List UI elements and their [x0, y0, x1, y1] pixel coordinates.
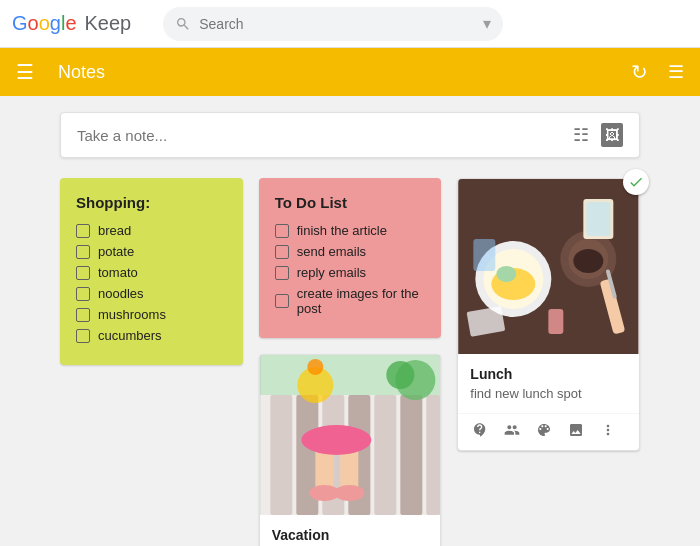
lunch-scene-svg: [458, 179, 639, 354]
refresh-icon[interactable]: ↻: [631, 60, 648, 84]
checkbox[interactable]: [275, 245, 289, 259]
toolbar-actions: ↻ ☰: [631, 60, 684, 84]
checkmark-icon: [628, 174, 644, 190]
vacation-note-body: Vacation plan my next vacation: [260, 515, 441, 546]
toolbar: ☰ Notes ↻ ☰: [0, 48, 700, 96]
list-item: send emails: [275, 244, 426, 259]
notes-grid: Shopping: bread potate tomato: [60, 178, 640, 546]
svg-rect-28: [587, 202, 611, 236]
list-item: bread: [76, 223, 227, 238]
menu-icon[interactable]: ☰: [16, 60, 34, 84]
search-dropdown-arrow[interactable]: ▾: [483, 14, 491, 33]
todo-note-title: To Do List: [275, 194, 426, 211]
notes-column-1: Shopping: bread potate tomato: [60, 178, 243, 365]
svg-point-13: [301, 425, 371, 455]
lunch-note-image: [458, 179, 639, 354]
item-label: tomato: [98, 265, 138, 280]
main-content: ☷ 🖼 Shopping: bread potate: [0, 96, 700, 546]
lunch-note-body: Lunch find new lunch spot: [458, 354, 639, 413]
list-item: tomato: [76, 265, 227, 280]
lunch-note: Lunch find new lunch spot: [457, 178, 640, 451]
item-label: bread: [98, 223, 131, 238]
svg-rect-8: [426, 395, 440, 515]
checkbox[interactable]: [76, 224, 90, 238]
search-icon: [175, 16, 191, 32]
list-item: mushrooms: [76, 307, 227, 322]
todo-note: To Do List finish the article send email…: [259, 178, 442, 338]
item-label: create images for the post: [297, 286, 426, 316]
reminder-icon[interactable]: [466, 418, 494, 446]
svg-rect-32: [474, 239, 496, 271]
checkbox[interactable]: [76, 266, 90, 280]
list-item: potate: [76, 244, 227, 259]
shopping-note-title: Shopping:: [76, 194, 227, 211]
toolbar-title: Notes: [58, 62, 619, 83]
app-logo: Google Keep: [12, 12, 131, 35]
shopping-checklist: bread potate tomato noodles: [76, 223, 227, 343]
item-label: mushrooms: [98, 307, 166, 322]
notes-column-3: Lunch find new lunch spot: [457, 178, 640, 451]
more-options-icon[interactable]: [594, 418, 622, 446]
checkbox[interactable]: [275, 266, 289, 280]
notes-column-2: To Do List finish the article send email…: [259, 178, 442, 546]
list-item: cucumbers: [76, 328, 227, 343]
checkbox[interactable]: [275, 294, 289, 308]
list-view-icon[interactable]: ☷: [569, 120, 593, 150]
search-bar[interactable]: ▾: [163, 7, 503, 41]
checkbox[interactable]: [76, 287, 90, 301]
vacation-note: Vacation plan my next vacation: [259, 354, 442, 546]
svg-rect-7: [400, 395, 422, 515]
keep-logo-text: Keep: [85, 12, 132, 35]
new-note-bar: ☷ 🖼: [60, 112, 640, 158]
color-palette-icon[interactable]: [530, 418, 558, 446]
shopping-note: Shopping: bread potate tomato: [60, 178, 243, 365]
new-note-icons: ☷ 🖼: [569, 120, 623, 150]
svg-point-23: [497, 266, 517, 282]
svg-point-26: [574, 249, 604, 273]
lunch-note-title: Lunch: [470, 366, 627, 382]
item-label: potate: [98, 244, 134, 259]
google-logo-text: Google: [12, 12, 77, 35]
svg-point-17: [386, 361, 414, 389]
item-label: reply emails: [297, 265, 366, 280]
note-actions: [458, 413, 639, 450]
todo-checklist: finish the article send emails reply ema…: [275, 223, 426, 316]
new-note-input[interactable]: [77, 127, 569, 144]
lunch-note-text: find new lunch spot: [470, 386, 627, 401]
checkbox[interactable]: [275, 224, 289, 238]
svg-point-12: [334, 485, 364, 501]
search-input[interactable]: [199, 16, 475, 32]
svg-rect-33: [549, 309, 564, 334]
grid-icon[interactable]: ☰: [668, 61, 684, 83]
checkbox[interactable]: [76, 329, 90, 343]
item-label: cucumbers: [98, 328, 162, 343]
image-add-icon[interactable]: 🖼: [601, 123, 623, 147]
item-label: noodles: [98, 286, 144, 301]
svg-rect-2: [270, 395, 292, 515]
item-label: finish the article: [297, 223, 387, 238]
list-item: noodles: [76, 286, 227, 301]
collaborator-icon[interactable]: [498, 418, 526, 446]
list-item: reply emails: [275, 265, 426, 280]
svg-point-15: [307, 359, 323, 375]
checkbox[interactable]: [76, 245, 90, 259]
checkbox[interactable]: [76, 308, 90, 322]
item-label: send emails: [297, 244, 366, 259]
top-nav: Google Keep ▾: [0, 0, 700, 48]
note-selected-check[interactable]: [623, 169, 649, 195]
svg-rect-6: [374, 395, 396, 515]
list-item: finish the article: [275, 223, 426, 238]
vacation-scene-svg: [260, 355, 441, 515]
vacation-note-title: Vacation: [272, 527, 429, 543]
vacation-note-image: [260, 355, 441, 515]
image-icon[interactable]: [562, 418, 590, 446]
list-item: create images for the post: [275, 286, 426, 316]
